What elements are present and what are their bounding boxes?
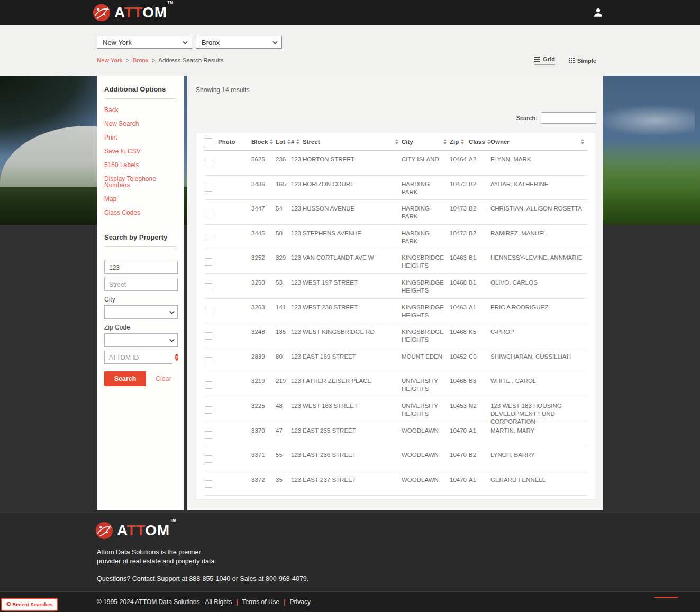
footer-contact-line: Questions? Contact Support at 888-855-10… [97,575,308,582]
cell-block: 3219 [251,372,276,397]
row-checkbox[interactable] [205,357,212,364]
cell-block: 3250 [251,274,276,298]
cell-zip: 10473 [450,200,469,224]
column-number: # [291,139,303,145]
cell-block: 5625 [251,151,276,175]
sort-icon[interactable] [287,139,290,144]
row-checkbox[interactable] [205,480,212,488]
sort-icon[interactable] [461,139,464,144]
table-row: 3263 141 123 WEST 238 STREET KINGSBRIDGE… [205,299,587,324]
cell-street: EAST 236 STREET [303,446,402,471]
cell-number: 123 [291,299,303,323]
breadcrumb-county-link[interactable]: Bronx [133,57,149,63]
cell-zip: 10452 [450,348,469,372]
help-icon[interactable] [175,354,178,361]
cell-class: B1 [469,249,490,273]
row-checkbox[interactable] [205,234,212,241]
search-button[interactable]: Search [104,371,146,386]
cell-class: A1 [469,471,490,496]
table-row: 3248 135 123 WEST KINGSBRIDGE RD KINGSBR… [205,323,587,348]
row-checkbox[interactable] [205,406,212,414]
cell-class: K5 [469,323,490,348]
cell-city: MOUNT EDEN [402,348,450,372]
zip-code-select[interactable] [104,333,178,347]
clear-button[interactable]: Clear [156,375,171,382]
sort-icon[interactable] [270,139,273,144]
state-select-value: New York [103,39,132,47]
select-all-checkbox[interactable] [205,138,212,145]
cell-photo [218,299,251,323]
table-search-input[interactable] [541,112,596,124]
cell-owner: WHITE , CAROL [490,372,587,397]
cell-lot: 55 [276,446,291,471]
row-checkbox[interactable] [205,431,212,439]
chevron-down-icon [169,309,175,314]
table-row: 3250 53 123 WEST 197 STREET KINGSBRIDGE … [205,274,587,299]
sidebar-link[interactable]: Display Telephone Numbers [104,172,176,192]
cell-class: A2 [469,151,490,175]
cell-block: 3371 [251,446,276,471]
table-row: 3372 35 123 EAST 237 STREET WOODLAWN 104… [205,471,587,496]
recent-searches-button[interactable]: Recent Searches [1,598,58,611]
cell-block: 3370 [251,422,276,446]
row-checkbox[interactable] [205,258,212,266]
row-checkbox[interactable] [205,283,212,290]
sidebar-link[interactable]: Back [104,103,176,117]
cell-zip: 10470 [450,471,469,496]
column-city: City [402,139,450,145]
sidebar-link[interactable]: Save to CSV [104,144,176,158]
cell-photo [218,225,251,249]
cell-photo [218,348,251,372]
row-checkbox[interactable] [205,209,212,216]
grid-view-label: Grid [543,56,555,62]
cell-photo [218,323,251,348]
row-checkbox[interactable] [205,185,212,192]
sidebar-link[interactable]: Map [104,192,176,206]
sidebar-link[interactable]: Class Codes [104,206,176,220]
cell-zip: 10463 [450,299,469,323]
sort-icon[interactable] [395,139,398,144]
cell-zip: 10473 [450,225,469,249]
sidebar-link[interactable]: Print [104,131,176,144]
cell-city: HARDING PARK [402,176,450,200]
cell-city: CITY ISLAND [402,151,450,175]
user-account-icon[interactable] [593,7,604,18]
results-table: Photo Block Lot # Street City Zip Class … [196,132,596,500]
attom-logo[interactable]: ATTOMTM [93,4,173,22]
simple-view-toggle[interactable]: Simple [569,58,596,64]
grid-view-toggle[interactable]: Grid [534,56,555,65]
footer-red-accent [654,597,678,598]
cell-number: 123 [291,249,303,273]
breadcrumb-state-link[interactable]: New York [97,57,123,63]
sort-icon[interactable] [296,139,299,144]
cell-number: 123 [291,323,303,348]
sort-icon[interactable] [443,139,447,144]
street-input[interactable] [104,278,178,291]
cell-zip: 10468 [450,372,469,397]
table-body: 5625 236 123 HORTON STREET CITY ISLAND 1… [205,151,587,496]
row-checkbox[interactable] [205,332,212,340]
cell-lot: 165 [276,176,291,200]
table-search-label: Search: [516,115,538,121]
sidebar-link[interactable]: 5160 Labels [104,158,176,172]
table-row: 3445 58 123 STEPHENS AVENUE HARDING PARK… [205,225,587,250]
cell-city: KINGSBRIDGE HEIGHTS [402,274,450,298]
row-checkbox[interactable] [205,455,212,463]
row-checkbox[interactable] [205,160,212,167]
sidebar-link[interactable]: New Search [104,117,176,131]
county-select[interactable]: Bronx [196,36,282,49]
footer-logo-text: ATTOMTM [117,523,176,538]
city-select[interactable] [104,305,178,319]
attom-id-input[interactable] [104,351,172,364]
house-number-input[interactable] [104,261,178,274]
terms-of-use-link[interactable]: Terms of Use [242,598,280,606]
row-checkbox[interactable] [205,381,212,389]
footer-copyright-bar: © 1995-2024 ATTOM Data Solutions - All R… [0,591,700,612]
sort-icon[interactable] [487,139,490,144]
state-select[interactable]: New York [97,36,192,49]
cell-city: HARDING PARK [402,200,450,224]
sort-icon[interactable] [581,139,584,144]
row-checkbox[interactable] [205,308,212,315]
privacy-link[interactable]: Privacy [290,598,311,606]
simple-grid-icon [569,58,575,63]
